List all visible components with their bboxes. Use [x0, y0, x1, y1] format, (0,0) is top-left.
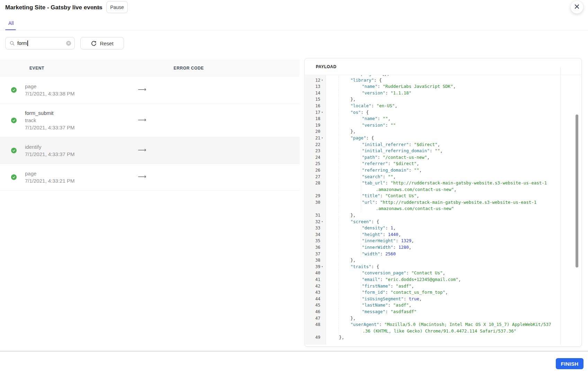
code-line: 40"conversion_page": "Contact Us",: [305, 270, 560, 276]
line-number: 43: [305, 289, 320, 296]
code-line: 37"width": 2560: [305, 251, 560, 257]
event-timestamp: 7/1/2021, 4:33:38 PM: [25, 90, 300, 97]
code-line: 22"initial_referrer": "$direct",: [305, 142, 560, 148]
line-number: 21: [305, 135, 320, 142]
tab-all[interactable]: All: [8, 20, 14, 26]
refresh-icon: [91, 40, 97, 46]
column-event: EVENT: [29, 60, 44, 77]
success-check-icon: [11, 118, 17, 123]
code-line: 38},: [305, 257, 560, 264]
code-line: 13"name": "RudderLabs JavaScript SDK",: [305, 83, 560, 90]
fold-arrow-icon[interactable]: ▾: [321, 77, 323, 84]
line-number: 13: [305, 83, 320, 90]
fold-arrow-icon[interactable]: ▾: [321, 264, 323, 270]
event-row[interactable]: page7/1/2021, 4:33:38 PM⟶: [0, 77, 300, 103]
column-error-code: ERROR CODE: [173, 60, 204, 77]
fold-arrow-icon[interactable]: ▾: [321, 219, 323, 225]
line-number: 40: [305, 270, 320, 276]
line-number: 47: [305, 315, 320, 322]
close-button[interactable]: [571, 1, 583, 13]
finish-button[interactable]: FINISH: [556, 358, 583, 369]
forward-arrow-icon: ⟶: [138, 116, 146, 124]
line-number: 29: [305, 193, 320, 199]
clear-search-icon[interactable]: ✕: [66, 41, 71, 46]
line-number: 32: [305, 219, 320, 225]
reset-button[interactable]: Reset: [80, 37, 124, 49]
event-name: page: [25, 83, 300, 90]
events-table-header: EVENT ERROR CODE: [0, 60, 300, 77]
line-number: 34: [305, 231, 320, 238]
code-line: 18"name": "",: [305, 116, 560, 122]
reset-label: Reset: [100, 40, 113, 46]
line-number: 23: [305, 148, 320, 154]
line-number: 35: [305, 238, 320, 244]
search-input[interactable]: form ✕: [5, 37, 75, 49]
event-name: page: [25, 170, 300, 177]
session-timer: 02:32: [91, 5, 102, 10]
event-row[interactable]: form_submittrack7/1/2021, 4:33:37 PM⟶: [0, 103, 300, 137]
code-line: 47},: [305, 315, 560, 322]
event-name: identify: [25, 143, 300, 151]
forward-arrow-icon: ⟶: [138, 173, 146, 180]
code-line: 19"version": "": [305, 122, 560, 129]
line-number: 37: [305, 251, 320, 257]
page-title: Marketing Site - Gatsby live events: [5, 4, 103, 11]
code-line: .amazonaws.com/contact-us-new": [305, 206, 560, 212]
code-line: 42"firstName": "asdf",: [305, 283, 560, 290]
code-line: 33"density": 1,: [305, 225, 560, 231]
code-line: 25"referrer": "$direct",: [305, 161, 560, 167]
fold-arrow-icon[interactable]: ▾: [321, 109, 323, 116]
code-line: 29"title": "Contact Us",: [305, 193, 560, 199]
payload-label: PAYLOAD: [316, 58, 336, 75]
code-line: 32▾"screen": {: [305, 219, 560, 225]
line-number: 28: [305, 180, 320, 186]
success-check-icon: [11, 87, 17, 93]
line-number: 31: [305, 212, 320, 219]
live-events-modal: Marketing Site - Gatsby live events 02:3…: [0, 0, 588, 373]
code-line: 15},: [305, 96, 560, 103]
event-name: form_submit: [25, 109, 300, 117]
fold-arrow-icon[interactable]: ▾: [321, 135, 323, 142]
event-timestamp: 7/1/2021, 4:33:21 PM: [25, 177, 300, 184]
code-line: 16"locale": "en-US",: [305, 103, 560, 109]
code-line: .36 (KHTML, like Gecko) Chrome/91.0.4472…: [305, 328, 560, 335]
payload-code-viewer[interactable]: "campaign": {},12▾"library": {13"name": …: [305, 75, 560, 345]
line-number: 22: [305, 142, 320, 148]
success-check-icon: [11, 148, 17, 153]
code-line: 21▾"page": {: [305, 135, 560, 142]
line-number: 36: [305, 244, 320, 251]
forward-arrow-icon: ⟶: [138, 146, 146, 154]
line-number: 41: [305, 276, 320, 283]
line-number: 26: [305, 167, 320, 174]
search-icon: [10, 41, 15, 46]
code-line: 12▾"library": {: [305, 77, 560, 84]
code-line: 48"userAgent": "Mozilla/5.0 (Macintosh; …: [305, 321, 560, 328]
line-number: 17: [305, 109, 320, 116]
event-row[interactable]: page7/1/2021, 4:33:21 PM⟶: [0, 164, 300, 191]
code-line: .amazonaws.com/contact-us-new",: [305, 186, 560, 193]
code-line: 27"search": "",: [305, 174, 560, 180]
code-line: 26"referring_domain": "",: [305, 167, 560, 174]
event-timestamp: 7/1/2021, 4:33:37 PM: [25, 151, 300, 158]
line-number: 48: [305, 321, 320, 328]
payload-header: PAYLOAD: [305, 58, 581, 75]
pause-button[interactable]: Pause: [106, 1, 128, 13]
code-line: 30"url": "http://rudderstack-main-gatsby…: [305, 199, 560, 206]
line-number: 15: [305, 96, 320, 103]
code-line: 23"initial_referring_domain": "",: [305, 148, 560, 154]
event-timestamp: 7/1/2021, 4:33:37 PM: [25, 124, 300, 131]
events-list: page7/1/2021, 4:33:38 PM⟶form_submittrac…: [0, 77, 300, 191]
event-row[interactable]: identify7/1/2021, 4:33:37 PM⟶: [0, 137, 300, 164]
line-number: 49: [305, 334, 320, 341]
code-line: 49},: [305, 334, 560, 341]
line-number: 16: [305, 103, 320, 109]
line-number: 39: [305, 264, 320, 270]
payload-panel: PAYLOAD "campaign": {},12▾"library": {13…: [304, 58, 582, 347]
line-number: 18: [305, 116, 320, 122]
code-line: 20},: [305, 128, 560, 135]
line-number: 27: [305, 174, 320, 180]
line-number: 24: [305, 154, 320, 161]
payload-scrollbar[interactable]: [576, 115, 578, 267]
code-line: 39▾"traits": {: [305, 264, 560, 270]
success-check-icon: [11, 174, 17, 180]
